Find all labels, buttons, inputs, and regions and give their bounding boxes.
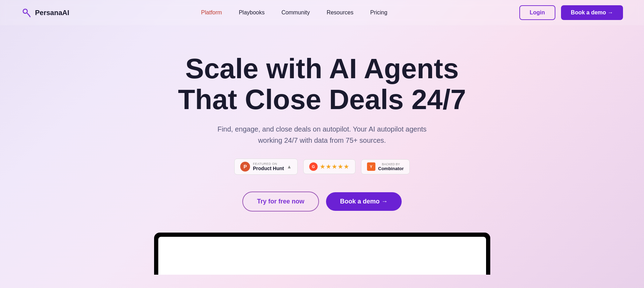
product-hunt-badge[interactable]: P FEATURED ON Product Hunt ▲	[234, 159, 298, 175]
hero-subtitle: Find, engage, and close deals on autopil…	[217, 123, 427, 146]
product-hunt-icon: P	[240, 162, 250, 172]
nav-actions: Login Book a demo →	[519, 5, 623, 20]
yc-icon: Y	[367, 162, 375, 171]
yc-badge[interactable]: Y Backed by Combinator	[361, 159, 410, 174]
nav-item-playbooks[interactable]: Playbooks	[239, 9, 265, 16]
nav-item-pricing[interactable]: Pricing	[370, 9, 387, 16]
dashboard-inner	[158, 237, 486, 275]
book-demo-hero-button[interactable]: Book a demo →	[326, 192, 402, 211]
nav-item-platform[interactable]: Platform	[201, 9, 222, 16]
hero-title: Scale with AI Agents That Close Deals 24…	[178, 53, 466, 115]
nav-item-community[interactable]: Community	[282, 9, 310, 16]
g2-icon: G	[309, 162, 318, 171]
g2-badge[interactable]: G ★★★★★	[303, 159, 355, 174]
logo[interactable]: PersanaAI	[21, 7, 69, 18]
badges-row: P FEATURED ON Product Hunt ▲ G ★★★★★ Y B…	[234, 159, 409, 175]
persana-logo-icon	[21, 7, 32, 18]
nav-item-resources[interactable]: Resources	[327, 9, 353, 16]
logo-text: PersanaAI	[35, 9, 69, 17]
g2-stars: ★★★★★	[320, 163, 349, 170]
dashboard-preview	[154, 233, 490, 275]
navbar: PersanaAI Platform Playbooks Community R…	[0, 0, 644, 25]
product-hunt-arrow: ▲	[287, 164, 292, 169]
try-free-button[interactable]: Try for free now	[242, 192, 319, 212]
cta-buttons: Try for free now Book a demo →	[242, 192, 402, 212]
svg-point-0	[23, 9, 27, 13]
nav-links: Platform Playbooks Community Resources P…	[201, 9, 387, 16]
book-demo-nav-button[interactable]: Book a demo →	[561, 5, 623, 20]
login-button[interactable]: Login	[519, 5, 556, 20]
yc-text: Backed by Combinator	[378, 162, 404, 171]
hero-section: Scale with AI Agents That Close Deals 24…	[0, 25, 644, 288]
product-hunt-text: FEATURED ON Product Hunt	[253, 162, 284, 171]
